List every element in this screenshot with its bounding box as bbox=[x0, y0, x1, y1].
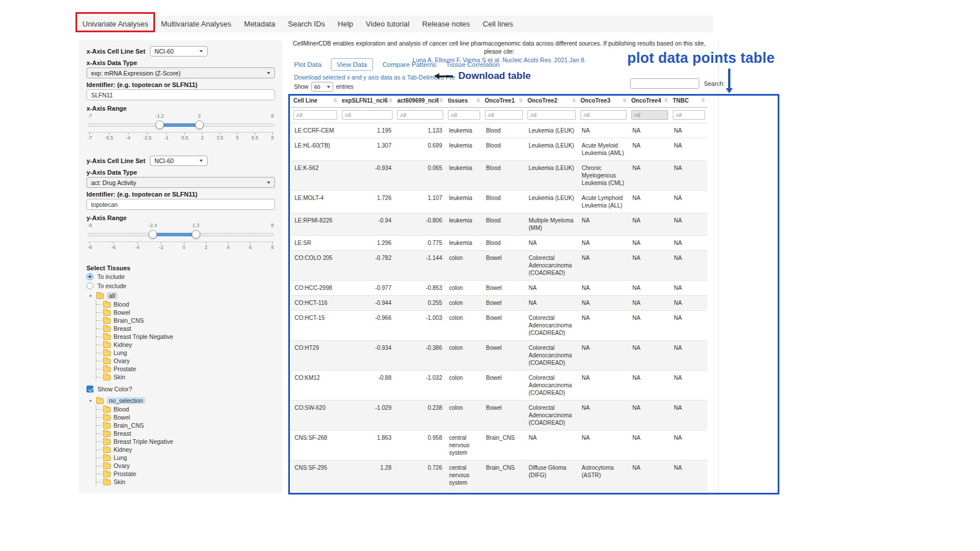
x-range-high-handle[interactable] bbox=[195, 120, 203, 129]
color-tree-item-brain-cns[interactable]: Brain_CNS bbox=[96, 421, 275, 429]
y-range-high-handle[interactable] bbox=[191, 230, 200, 239]
color-tree-item-ovary[interactable]: Ovary bbox=[96, 462, 275, 470]
color-tree-item-blood[interactable]: Blood bbox=[96, 405, 275, 413]
color-tree-item-prostate[interactable]: Prostate bbox=[96, 470, 275, 478]
tissue-include-radio[interactable]: To include bbox=[86, 273, 275, 281]
color-tree-item-bowel[interactable]: Bowel bbox=[96, 413, 275, 421]
table-cell: NA bbox=[629, 123, 670, 138]
tree-item-label: Breast bbox=[114, 325, 131, 332]
color-tree-root[interactable]: ▾no_selection bbox=[88, 396, 275, 405]
table-cell: NA bbox=[629, 401, 670, 431]
x-data-type-select[interactable]: exp: mRNA Expression (Z-Score) bbox=[86, 67, 275, 78]
show-color-checkbox[interactable]: Show Color? bbox=[86, 384, 275, 394]
tissue-include-tree-item-kidney[interactable]: Kidney bbox=[96, 341, 275, 349]
nav-item-cell-lines[interactable]: Cell lines bbox=[476, 20, 519, 28]
filter-cell-expslfn11-nci60 bbox=[340, 108, 395, 123]
column-header-oncotree2[interactable]: OncoTree2⇅ bbox=[525, 94, 578, 108]
column-header-cell-line[interactable]: Cell Line⇅ bbox=[291, 94, 340, 108]
tab-view-data[interactable]: View Data bbox=[331, 58, 372, 71]
tissue-include-tree-item-skin[interactable]: Skin bbox=[96, 373, 275, 381]
tree-expand-icon[interactable]: ▾ bbox=[88, 398, 93, 403]
tab-tissue-correlation[interactable]: Tissue Correlation bbox=[446, 61, 500, 68]
column-filter-cell-line[interactable] bbox=[293, 110, 337, 120]
table-cell: -0.88 bbox=[340, 371, 395, 401]
tissue-include-tree-item-breast-triple-negative[interactable]: Breast Triple Negative bbox=[96, 333, 275, 341]
column-filter-tnbc[interactable] bbox=[673, 110, 705, 120]
x-range-slider[interactable]: -78-1.22-7-5.5-4-2.5-10.523.556.58 bbox=[88, 113, 274, 143]
x-range-low-handle[interactable] bbox=[155, 120, 164, 129]
tab-compare-patterns[interactable]: Compare Patterns bbox=[383, 61, 436, 68]
radio-unselected-icon bbox=[86, 282, 93, 289]
entries-select[interactable]: 60 bbox=[311, 82, 333, 92]
color-tree-item-skin[interactable]: Skin bbox=[96, 478, 275, 486]
nav-item-search-ids[interactable]: Search IDs bbox=[282, 20, 331, 28]
column-header-act609699-nci60[interactable]: act609699_nci60⇅ bbox=[395, 94, 446, 108]
x-cell-line-set-select[interactable]: NCI-60 bbox=[150, 46, 208, 56]
y-cell-line-set-row: y-Axis Cell Line Set NCI-60 bbox=[86, 156, 275, 166]
table-cell: colon bbox=[446, 281, 483, 296]
tissue-include-tree-item-bowel[interactable]: Bowel bbox=[96, 308, 275, 316]
column-header-oncotree4[interactable]: OncoTree4⇅ bbox=[629, 94, 670, 108]
tissue-include-tree-item-lung[interactable]: Lung bbox=[96, 349, 275, 357]
tissue-include-tree-item-blood[interactable]: Blood bbox=[96, 300, 275, 308]
tissue-include-tree-item-ovary[interactable]: Ovary bbox=[96, 357, 275, 365]
table-cell: Bowel bbox=[483, 311, 525, 341]
search-control: Search: bbox=[630, 78, 725, 89]
table-cell: central nervous system bbox=[446, 461, 483, 490]
column-header-tnbc[interactable]: TNBC⇅ bbox=[670, 94, 707, 108]
tissue-include-tree-item-brain-cns[interactable]: Brain_CNS bbox=[96, 316, 275, 324]
column-filter-oncotree3[interactable] bbox=[581, 110, 627, 120]
column-filter-tissues[interactable] bbox=[448, 110, 480, 120]
column-header-tissues[interactable]: tissues⇅ bbox=[446, 94, 483, 108]
table-cell: NA bbox=[578, 296, 629, 311]
table-cell: 0.255 bbox=[395, 296, 446, 311]
folder-icon bbox=[103, 480, 111, 485]
tree-item-label: Ovary bbox=[114, 357, 130, 364]
y-range-selected-range bbox=[153, 233, 196, 236]
color-tree-item-breast-triple-negative[interactable]: Breast Triple Negative bbox=[96, 437, 275, 446]
color-tree-item-kidney[interactable]: Kidney bbox=[96, 446, 275, 454]
column-filter-oncotree1[interactable] bbox=[485, 110, 523, 120]
y-cell-line-set-select[interactable]: NCI-60 bbox=[150, 156, 208, 166]
table-cell: NA bbox=[578, 236, 629, 251]
column-filter-act609699-nci60[interactable] bbox=[397, 110, 443, 120]
table-cell: NA bbox=[629, 161, 670, 191]
tissue-include-tree-item-breast[interactable]: Breast bbox=[96, 324, 275, 333]
table-cell: NA bbox=[629, 341, 670, 371]
search-input[interactable] bbox=[630, 78, 699, 89]
table-cell: leukemia bbox=[446, 213, 483, 236]
y-identifier-input[interactable] bbox=[86, 199, 275, 210]
x-data-type-value: exp: mRNA Expression (Z-Score) bbox=[91, 70, 180, 77]
nav-item-video-tutorial[interactable]: Video tutorial bbox=[360, 20, 416, 28]
download-link[interactable]: Download selected x and y axis data as a… bbox=[294, 74, 455, 81]
color-tree-item-lung[interactable]: Lung bbox=[96, 454, 275, 462]
column-filter-oncotree4[interactable] bbox=[631, 110, 668, 120]
table-cell: Diffuse Glioma (DIFG) bbox=[525, 461, 578, 490]
y-range-low-handle[interactable] bbox=[149, 230, 157, 239]
nav-item-help[interactable]: Help bbox=[331, 20, 360, 28]
nav-item-metadata[interactable]: Metadata bbox=[238, 20, 281, 28]
tissue-exclude-radio[interactable]: To exclude bbox=[86, 282, 275, 290]
column-header-inner: OncoTree3⇅ bbox=[581, 97, 627, 104]
table-cell: Bowel bbox=[483, 401, 525, 431]
table-cell: leukemia bbox=[446, 161, 483, 191]
column-header-oncotree1[interactable]: OncoTree1⇅ bbox=[483, 94, 525, 108]
nav-item-release-notes[interactable]: Release notes bbox=[416, 20, 476, 28]
nav-item-multivariate-analyses[interactable]: Multivariate Analyses bbox=[154, 20, 238, 28]
column-header-expslfn11-nci60[interactable]: expSLFN11_nci60⇅ bbox=[340, 94, 395, 108]
sort-icon: ⇅ bbox=[572, 97, 576, 103]
table-cell: central nervous system bbox=[446, 431, 483, 461]
column-header-oncotree3[interactable]: OncoTree3⇅ bbox=[578, 94, 629, 108]
column-label: OncoTree3 bbox=[581, 97, 610, 104]
color-tree-item-breast[interactable]: Breast bbox=[96, 429, 275, 437]
column-filter-expslfn11-nci60[interactable] bbox=[342, 110, 393, 120]
tissue-include-tree-item-prostate[interactable]: Prostate bbox=[96, 365, 275, 373]
nav-item-univariate-analyses[interactable]: Univariate Analyses bbox=[79, 20, 154, 28]
y-range-slider[interactable]: -88-2.41.3-8-6-4-202468 bbox=[88, 222, 274, 252]
y-data-type-select[interactable]: act: Drug Activity bbox=[86, 177, 275, 188]
tissue-include-tree-root[interactable]: ▾all bbox=[88, 291, 275, 300]
column-filter-oncotree2[interactable] bbox=[527, 110, 576, 120]
x-identifier-input[interactable] bbox=[86, 89, 275, 100]
tab-plot-data[interactable]: Plot Data bbox=[294, 61, 321, 68]
tree-expand-icon[interactable]: ▾ bbox=[88, 293, 93, 299]
